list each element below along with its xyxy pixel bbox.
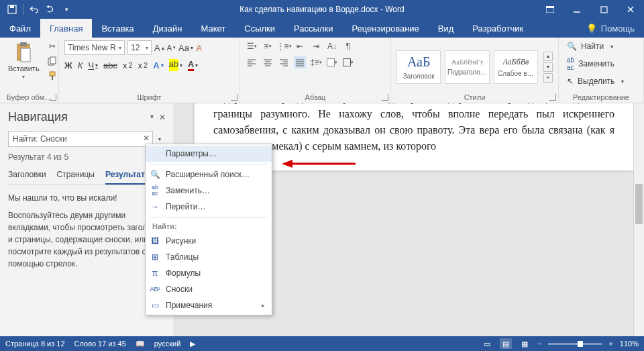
numbering-icon[interactable]: ≡▾ xyxy=(262,40,274,52)
web-layout-icon[interactable]: ▦ xyxy=(519,338,531,349)
style-heading[interactable]: АаБЗаголовок xyxy=(396,50,441,84)
undo-icon[interactable] xyxy=(28,3,41,16)
multilevel-list-icon[interactable]: ⋮≡▾ xyxy=(278,40,290,52)
superscript-button[interactable]: x2 xyxy=(138,60,148,70)
nav-search-input[interactable] xyxy=(8,131,166,147)
paragraph-dialog-launcher[interactable] xyxy=(382,94,388,101)
workspace: Навигация ▾ ✕ ✕ ▾ Результат 4 из 5 Загол… xyxy=(0,103,644,336)
nav-close-icon[interactable]: ✕ xyxy=(159,113,166,122)
menu-find-footnotes[interactable]: AB¹Сноски xyxy=(146,281,272,297)
increase-indent-icon[interactable]: ⇥ xyxy=(310,40,322,52)
ribbon: Вставить ▾ ✂ Буфер обм… Times New R▾ 12▾… xyxy=(0,38,644,103)
sort-icon[interactable]: A↓ xyxy=(326,40,338,52)
line-spacing-icon[interactable]: ‡≡▾ xyxy=(310,56,322,68)
qat-customize-icon[interactable]: ▾ xyxy=(60,3,73,16)
svg-rect-13 xyxy=(50,72,55,76)
align-center-icon[interactable] xyxy=(262,56,274,68)
styles-dialog-launcher[interactable] xyxy=(549,94,556,101)
save-icon[interactable] xyxy=(5,3,19,16)
menu-find-comments[interactable]: ▭Примечания▸ xyxy=(146,297,272,313)
borders-icon[interactable]: ▾ xyxy=(342,56,354,68)
style-weak[interactable]: АаБбВвСлабое в… xyxy=(494,50,538,84)
clipboard-dialog-launcher[interactable] xyxy=(50,94,56,101)
read-mode-icon[interactable]: ▭ xyxy=(481,338,493,349)
print-layout-icon[interactable]: ▤ xyxy=(500,338,512,349)
status-spellcheck-icon[interactable]: 📖 xyxy=(136,340,145,348)
tab-references[interactable]: Ссылки xyxy=(235,19,284,38)
tab-layout[interactable]: Макет xyxy=(191,19,235,38)
zoom-in-icon[interactable]: + xyxy=(608,340,612,348)
paste-button[interactable]: Вставить ▾ xyxy=(5,40,42,81)
find-button[interactable]: 🔍Найти▾ xyxy=(564,40,638,52)
tab-home[interactable]: Главная xyxy=(40,19,92,38)
tab-mailings[interactable]: Рассылки xyxy=(284,19,342,38)
format-painter-icon[interactable] xyxy=(46,70,58,82)
change-case-icon[interactable]: Aa▾ xyxy=(178,43,193,53)
vertical-scrollbar[interactable] xyxy=(633,103,644,336)
select-button[interactable]: ↖Выделить▾ xyxy=(564,75,638,87)
font-name-combo[interactable]: Times New R▾ xyxy=(64,40,125,55)
cut-icon[interactable]: ✂ xyxy=(46,40,58,52)
ribbon-display-options-icon[interactable] xyxy=(537,0,564,19)
nav-dropdown-icon[interactable]: ▾ xyxy=(150,113,154,122)
italic-button[interactable]: К xyxy=(78,60,83,70)
tab-review[interactable]: Рецензирование xyxy=(342,19,428,38)
status-page[interactable]: Страница 8 из 12 xyxy=(5,340,65,348)
strikethrough-button[interactable]: abc xyxy=(103,60,117,70)
grow-font-icon[interactable]: A▴ xyxy=(154,43,164,53)
tab-design[interactable]: Дизайн xyxy=(144,19,192,38)
menu-find-tables[interactable]: ⊞Таблицы xyxy=(146,249,272,265)
menu-find-equations[interactable]: πФормулы xyxy=(146,265,272,281)
menu-replace[interactable]: abacЗаменить… xyxy=(146,183,272,199)
styles-down-icon[interactable]: ▾ xyxy=(543,62,553,72)
justify-icon[interactable] xyxy=(294,56,306,68)
decrease-indent-icon[interactable]: ⇤ xyxy=(294,40,306,52)
close-icon[interactable] xyxy=(617,0,644,19)
align-right-icon[interactable] xyxy=(278,56,290,68)
font-dialog-launcher[interactable] xyxy=(231,94,237,101)
comment-icon: ▭ xyxy=(150,301,160,310)
underline-button[interactable]: Ч▾ xyxy=(88,60,98,70)
zoom-out-icon[interactable]: − xyxy=(537,340,541,348)
maximize-icon[interactable] xyxy=(590,0,617,19)
show-marks-icon[interactable]: ¶ xyxy=(342,40,354,52)
tab-insert[interactable]: Вставка xyxy=(92,19,143,38)
shrink-font-icon[interactable]: A▾ xyxy=(167,44,176,52)
menu-goto[interactable]: →Перейти… xyxy=(146,199,272,215)
style-subheading[interactable]: АаБбВвГгПодзаголо… xyxy=(445,50,489,84)
zoom-slider[interactable] xyxy=(548,343,602,345)
styles-more-icon[interactable]: ≡ xyxy=(543,73,553,83)
styles-up-icon[interactable]: ▴ xyxy=(543,52,553,61)
nav-tab-pages[interactable]: Страницы xyxy=(57,170,95,185)
copy-icon[interactable] xyxy=(46,55,58,67)
menu-options[interactable]: Параметры… xyxy=(146,146,272,162)
nav-tab-headings[interactable]: Заголовки xyxy=(8,170,46,185)
bold-button[interactable]: Ж xyxy=(64,60,72,70)
clear-formatting-icon[interactable]: A̷ xyxy=(196,43,202,53)
minimize-icon[interactable] xyxy=(564,0,590,19)
tell-me-search[interactable]: 💡 Помощь xyxy=(577,19,644,38)
replace-button[interactable]: abacЗаменить xyxy=(564,55,638,72)
font-size-combo[interactable]: 12▾ xyxy=(127,40,152,55)
tab-view[interactable]: Вид xyxy=(429,19,464,38)
status-words[interactable]: Слово 17 из 45 xyxy=(74,340,126,348)
redo-icon[interactable] xyxy=(44,3,57,16)
zoom-level[interactable]: 110% xyxy=(620,340,639,348)
menu-advanced-find[interactable]: 🔍Расширенный поиск… xyxy=(146,166,272,183)
nav-search-clear-icon[interactable]: ✕ xyxy=(143,134,150,143)
scrollbar-thumb[interactable] xyxy=(635,184,643,224)
menu-find-graphics[interactable]: 🖼Рисунки xyxy=(146,233,272,249)
group-styles: АаБЗаголовок АаБбВвГгПодзаголо… АаБбВвСл… xyxy=(391,38,559,103)
bullets-icon[interactable]: ☰▾ xyxy=(246,40,258,52)
align-left-icon[interactable] xyxy=(246,56,258,68)
text-effects-icon[interactable]: A▾ xyxy=(153,60,163,70)
subscript-button[interactable]: x2 xyxy=(123,60,133,70)
tab-file[interactable]: Файл xyxy=(0,19,40,38)
status-macro-icon[interactable]: ▶ xyxy=(190,340,195,348)
title-bar: ▾ Как сделать навигацию в Ворде.docx - W… xyxy=(0,0,644,19)
highlight-icon[interactable]: ab▾ xyxy=(169,59,182,71)
shading-icon[interactable]: ▾ xyxy=(326,56,338,68)
font-color-icon[interactable]: A▾ xyxy=(188,59,198,71)
status-language[interactable]: русский xyxy=(154,340,180,348)
tab-developer[interactable]: Разработчик xyxy=(463,19,533,38)
